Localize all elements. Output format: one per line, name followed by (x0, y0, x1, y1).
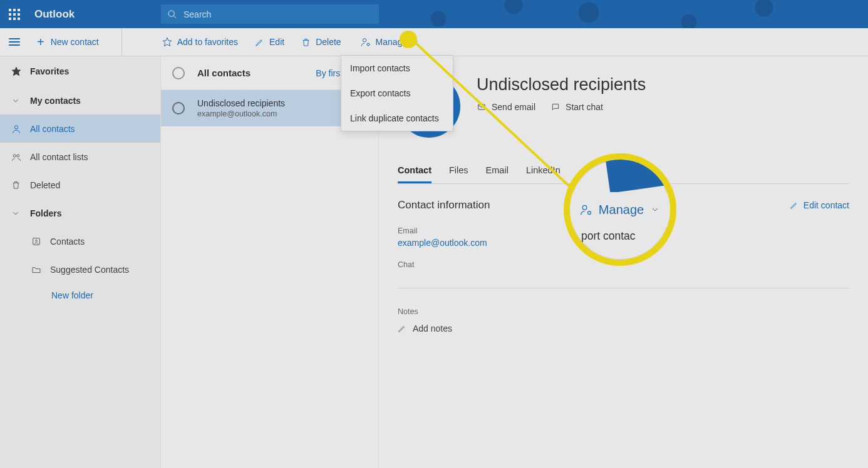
svg-point-6 (14, 125, 18, 128)
nav-deleted-label: Deleted (30, 180, 60, 190)
tab-files[interactable]: Files (449, 165, 468, 183)
select-circle[interactable] (172, 102, 185, 114)
nav-favorites-label: Favorites (30, 66, 69, 76)
app-header: Outlook (0, 0, 868, 28)
add-notes-label: Add notes (413, 323, 452, 333)
star-filled-icon (11, 66, 30, 76)
svg-marker-2 (163, 38, 171, 46)
edit-contact-button[interactable]: Edit contact (790, 200, 849, 210)
trash-icon (11, 180, 30, 190)
pencil-icon (790, 201, 798, 210)
people-icon (11, 152, 30, 162)
svg-point-0 (168, 11, 174, 16)
edit-contact-label: Edit contact (803, 200, 849, 210)
zoom-manage-label: Manage (599, 203, 644, 217)
edit-button[interactable]: Edit (252, 37, 287, 47)
chat-icon (550, 103, 561, 111)
brand-label: Outlook (34, 8, 75, 21)
svg-point-10 (36, 240, 38, 242)
manage-button[interactable]: Manage (356, 33, 425, 51)
nav-all-contacts[interactable]: All contacts (0, 114, 160, 143)
svg-marker-5 (12, 67, 20, 75)
nav-folder-suggested-label: Suggested Contacts (50, 265, 129, 275)
chevron-down-icon (11, 96, 30, 105)
section-contact-info: Contact information (398, 199, 490, 211)
pencil-icon (398, 324, 406, 333)
send-email-label: Send email (492, 102, 535, 112)
divider (398, 288, 849, 288)
left-nav: Favorites My contacts All contacts All c… (0, 56, 161, 468)
svg-rect-11 (478, 104, 485, 109)
tab-contact[interactable]: Contact (398, 165, 431, 183)
select-all-circle[interactable] (172, 67, 185, 79)
zoom-manage-button: Manage (580, 203, 660, 217)
dropdown-import-contacts[interactable]: Import contacts (341, 56, 453, 81)
nav-deleted[interactable]: Deleted (0, 171, 160, 199)
svg-point-7 (13, 155, 16, 157)
dropdown-link-duplicates[interactable]: Link duplicate contacts (341, 106, 453, 131)
contact-item-name: Undisclosed recipients (197, 98, 285, 108)
notes-field-label: Notes (398, 307, 849, 316)
chevron-down-icon (412, 38, 420, 46)
hamburger-button[interactable] (0, 36, 28, 48)
person-gear-icon (361, 37, 371, 47)
plus-icon: + (37, 35, 44, 49)
pencil-icon (255, 38, 264, 47)
chevron-down-icon (11, 209, 30, 218)
nav-folder-suggested[interactable]: Suggested Contacts (0, 255, 160, 283)
nav-folders[interactable]: Folders (0, 199, 160, 227)
svg-point-12 (582, 205, 587, 210)
delete-label: Delete (316, 37, 341, 47)
delete-button[interactable]: Delete (299, 37, 343, 47)
nav-new-folder[interactable]: New folder (0, 283, 160, 307)
trash-icon (301, 38, 311, 47)
add-to-favorites-button[interactable]: Add to favorites (160, 37, 240, 47)
toolbar: + New contact Add to favorites Edit Dele… (0, 28, 868, 56)
nav-all-contact-lists-label: All contact lists (30, 152, 88, 162)
nav-my-contacts-label: My contacts (30, 96, 81, 106)
manage-dropdown: Import contacts Export contacts Link dup… (341, 55, 453, 131)
search-box[interactable] (161, 4, 379, 24)
chevron-down-icon (650, 205, 660, 215)
contact-list-title: All contacts (197, 68, 316, 78)
chevron-down-icon[interactable] (110, 38, 118, 46)
folder-icon (31, 265, 50, 275)
nav-folders-label: Folders (30, 208, 62, 218)
new-contact-label: New contact (51, 37, 99, 47)
mail-icon (477, 103, 487, 111)
start-chat-button[interactable]: Start chat (550, 102, 603, 112)
dropdown-export-contacts[interactable]: Export contacts (341, 81, 453, 106)
nav-my-contacts[interactable]: My contacts (0, 86, 160, 114)
person-icon (11, 124, 30, 134)
svg-point-8 (17, 155, 19, 157)
svg-point-13 (587, 211, 591, 215)
app-launcher-button[interactable] (0, 0, 28, 28)
svg-point-4 (367, 43, 369, 46)
send-email-button[interactable]: Send email (477, 102, 535, 112)
search-input[interactable] (183, 9, 373, 19)
add-to-favorites-label: Add to favorites (177, 37, 238, 47)
zoom-dropdown-fragment: port contac (581, 230, 636, 243)
waffle-icon (9, 9, 20, 20)
tab-linkedin[interactable]: LinkedIn (526, 165, 561, 183)
nav-favorites[interactable]: Favorites (0, 56, 160, 86)
new-contact-button[interactable]: + New contact (28, 28, 122, 56)
contacts-icon (31, 237, 50, 247)
search-icon (167, 9, 177, 19)
nav-all-contacts-label: All contacts (30, 124, 75, 134)
contact-item-email: example@outlook.com (197, 109, 285, 118)
person-gear-icon (580, 203, 592, 216)
nav-folder-contacts[interactable]: Contacts (0, 227, 160, 255)
annotation-zoom-circle: Manage port contac (564, 153, 676, 266)
nav-folder-contacts-label: Contacts (50, 237, 85, 247)
hamburger-icon (9, 36, 20, 48)
svg-point-3 (363, 39, 366, 42)
contact-title: Undisclosed recipients (477, 75, 646, 94)
star-icon (162, 37, 172, 47)
add-notes-button[interactable]: Add notes (398, 323, 849, 333)
nav-all-contact-lists[interactable]: All contact lists (0, 143, 160, 171)
edit-label: Edit (269, 37, 284, 47)
manage-label: Manage (376, 37, 408, 47)
tab-email[interactable]: Email (486, 165, 509, 183)
header-decoration (388, 0, 868, 28)
